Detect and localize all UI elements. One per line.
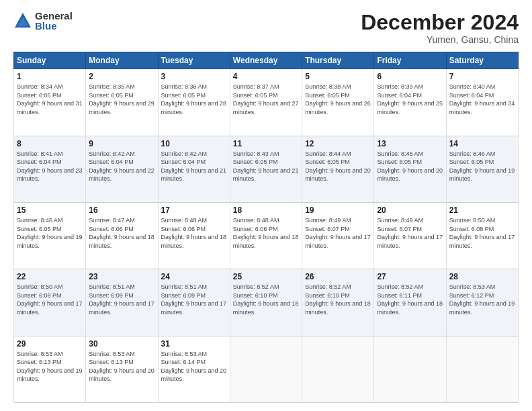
day-info: Sunrise: 8:36 AMSunset: 6:05 PMDaylight:… [161,83,227,116]
day-number: 27 [377,272,443,281]
day-cell: 7Sunrise: 8:40 AMSunset: 6:04 PMDaylight… [446,69,518,136]
day-cell: 20Sunrise: 8:49 AMSunset: 6:07 PMDayligh… [374,202,446,269]
day-number: 5 [305,72,371,81]
header: General Blue December 2024 Yumen, Gansu,… [13,11,519,45]
day-cell: 18Sunrise: 8:48 AMSunset: 6:06 PMDayligh… [230,202,302,269]
day-cell: 24Sunrise: 8:51 AMSunset: 6:09 PMDayligh… [158,269,230,336]
day-info: Sunrise: 8:52 AMSunset: 6:10 PMDaylight:… [305,283,371,316]
day-number: 20 [377,205,443,215]
page: General Blue December 2024 Yumen, Gansu,… [0,0,532,411]
day-cell: 9Sunrise: 8:42 AMSunset: 6:04 PMDaylight… [86,136,158,202]
day-info: Sunrise: 8:48 AMSunset: 6:06 PMDaylight:… [233,216,299,250]
day-number: 25 [233,272,299,281]
day-info: Sunrise: 8:46 AMSunset: 6:05 PMDaylight:… [449,150,515,183]
day-number: 21 [449,205,515,215]
day-info: Sunrise: 8:41 AMSunset: 6:04 PMDaylight:… [17,150,83,183]
day-cell [446,336,518,402]
day-info: Sunrise: 8:47 AMSunset: 6:06 PMDaylight:… [89,216,154,250]
day-cell: 4Sunrise: 8:37 AMSunset: 6:05 PMDaylight… [230,69,302,136]
location: Yumen, Gansu, China [361,34,519,45]
day-cell: 19Sunrise: 8:49 AMSunset: 6:07 PMDayligh… [302,202,374,269]
day-number: 29 [17,339,83,349]
calendar-body: 1Sunrise: 8:34 AMSunset: 6:05 PMDaylight… [14,69,519,403]
day-number: 22 [17,272,83,281]
day-number: 10 [161,139,227,148]
logo-general: General [35,11,73,21]
day-cell: 13Sunrise: 8:45 AMSunset: 6:05 PMDayligh… [374,136,446,202]
day-cell: 12Sunrise: 8:44 AMSunset: 6:05 PMDayligh… [302,136,374,202]
day-info: Sunrise: 8:50 AMSunset: 6:08 PMDaylight:… [17,283,83,316]
week-row-5: 29Sunrise: 8:53 AMSunset: 6:13 PMDayligh… [14,336,519,402]
day-info: Sunrise: 8:53 AMSunset: 6:12 PMDaylight:… [449,283,515,316]
day-info: Sunrise: 8:51 AMSunset: 6:09 PMDaylight:… [89,283,154,316]
day-cell: 1Sunrise: 8:34 AMSunset: 6:05 PMDaylight… [14,69,86,136]
day-cell: 14Sunrise: 8:46 AMSunset: 6:05 PMDayligh… [446,136,518,202]
day-number: 2 [89,72,154,81]
day-number: 28 [449,272,515,281]
day-cell: 11Sunrise: 8:43 AMSunset: 6:05 PMDayligh… [230,136,302,202]
day-cell: 3Sunrise: 8:36 AMSunset: 6:05 PMDaylight… [158,69,230,136]
day-cell: 10Sunrise: 8:42 AMSunset: 6:04 PMDayligh… [158,136,230,202]
day-cell: 23Sunrise: 8:51 AMSunset: 6:09 PMDayligh… [86,269,158,336]
logo-text: General Blue [35,11,73,31]
calendar-table: SundayMondayTuesdayWednesdayThursdayFrid… [13,52,519,403]
day-number: 3 [161,72,227,81]
day-info: Sunrise: 8:49 AMSunset: 6:07 PMDaylight:… [305,216,371,250]
logo-blue: Blue [35,21,73,31]
day-cell [374,336,446,402]
day-number: 12 [305,139,371,148]
day-cell: 27Sunrise: 8:52 AMSunset: 6:11 PMDayligh… [374,269,446,336]
weekday-header-sunday: Sunday [14,52,86,69]
day-info: Sunrise: 8:44 AMSunset: 6:05 PMDaylight:… [305,150,371,183]
day-info: Sunrise: 8:52 AMSunset: 6:10 PMDaylight:… [233,283,299,316]
day-number: 17 [161,205,227,215]
day-number: 16 [89,205,154,215]
day-cell: 5Sunrise: 8:38 AMSunset: 6:05 PMDaylight… [302,69,374,136]
logo: General Blue [13,11,73,31]
week-row-3: 15Sunrise: 8:46 AMSunset: 6:05 PMDayligh… [14,202,519,269]
day-cell: 8Sunrise: 8:41 AMSunset: 6:04 PMDaylight… [14,136,86,202]
day-cell: 25Sunrise: 8:52 AMSunset: 6:10 PMDayligh… [230,269,302,336]
day-info: Sunrise: 8:46 AMSunset: 6:05 PMDaylight:… [17,216,83,250]
day-number: 8 [17,139,83,148]
day-info: Sunrise: 8:49 AMSunset: 6:07 PMDaylight:… [377,216,443,250]
logo-icon [13,11,32,30]
day-info: Sunrise: 8:42 AMSunset: 6:04 PMDaylight:… [89,150,154,183]
day-number: 7 [449,72,515,81]
day-cell [230,336,302,402]
day-info: Sunrise: 8:40 AMSunset: 6:04 PMDaylight:… [449,83,515,116]
day-cell: 15Sunrise: 8:46 AMSunset: 6:05 PMDayligh… [14,202,86,269]
day-info: Sunrise: 8:37 AMSunset: 6:05 PMDaylight:… [233,83,299,116]
day-info: Sunrise: 8:52 AMSunset: 6:11 PMDaylight:… [377,283,443,316]
day-cell: 21Sunrise: 8:50 AMSunset: 6:08 PMDayligh… [446,202,518,269]
day-info: Sunrise: 8:35 AMSunset: 6:05 PMDaylight:… [89,83,154,116]
day-info: Sunrise: 8:53 AMSunset: 6:13 PMDaylight:… [17,350,83,383]
calendar-header: SundayMondayTuesdayWednesdayThursdayFrid… [14,52,519,69]
day-number: 23 [89,272,154,281]
day-info: Sunrise: 8:48 AMSunset: 6:06 PMDaylight:… [161,216,227,250]
weekday-header-wednesday: Wednesday [230,52,302,69]
title-block: December 2024 Yumen, Gansu, China [361,11,519,45]
day-number: 30 [89,339,154,349]
day-number: 4 [233,72,299,81]
day-info: Sunrise: 8:43 AMSunset: 6:05 PMDaylight:… [233,150,299,183]
weekday-header-monday: Monday [86,52,158,69]
day-number: 1 [17,72,83,81]
day-cell: 17Sunrise: 8:48 AMSunset: 6:06 PMDayligh… [158,202,230,269]
day-cell: 6Sunrise: 8:39 AMSunset: 6:04 PMDaylight… [374,69,446,136]
day-cell: 30Sunrise: 8:53 AMSunset: 6:13 PMDayligh… [86,336,158,402]
day-cell: 29Sunrise: 8:53 AMSunset: 6:13 PMDayligh… [14,336,86,402]
weekday-header-friday: Friday [374,52,446,69]
day-info: Sunrise: 8:53 AMSunset: 6:14 PMDaylight:… [161,350,227,383]
day-number: 31 [161,339,227,349]
day-cell: 26Sunrise: 8:52 AMSunset: 6:10 PMDayligh… [302,269,374,336]
month-title: December 2024 [361,11,519,34]
day-cell: 28Sunrise: 8:53 AMSunset: 6:12 PMDayligh… [446,269,518,336]
day-info: Sunrise: 8:38 AMSunset: 6:05 PMDaylight:… [305,83,371,116]
day-number: 18 [233,205,299,215]
day-number: 9 [89,139,154,148]
day-info: Sunrise: 8:53 AMSunset: 6:13 PMDaylight:… [89,350,154,383]
weekday-header-saturday: Saturday [446,52,518,69]
day-info: Sunrise: 8:51 AMSunset: 6:09 PMDaylight:… [161,283,227,316]
day-info: Sunrise: 8:42 AMSunset: 6:04 PMDaylight:… [161,150,227,183]
